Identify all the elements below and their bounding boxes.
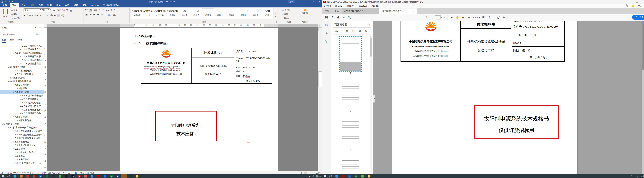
nav-tab[interactable]: 结果 xyxy=(18,39,22,43)
horizontal-ruler[interactable]: 2468101214161820222426283032343638404244 xyxy=(48,24,318,27)
nav-outline-item[interactable]: ◢5.1 技术规格书内容证明资料 xyxy=(0,126,44,129)
wechat-icon[interactable] xyxy=(359,174,366,178)
increase-indent-icon[interactable]: ⇥ xyxy=(102,9,104,12)
orange-app-icon[interactable] xyxy=(18,174,24,178)
shrink-font-icon[interactable]: Aˇ xyxy=(53,9,56,12)
photos-app-icon[interactable] xyxy=(12,174,18,178)
paste-button[interactable]: 粘贴 xyxy=(2,9,9,17)
nav-outline-item[interactable]: ▷4.4.4 技术要求 xyxy=(0,115,44,119)
vertical-ruler[interactable]: 2468101214161820222426283032343638404244 xyxy=(44,27,47,171)
search-icon[interactable]: 🔍 xyxy=(347,15,352,20)
thumbnail-item[interactable]: 1 xyxy=(332,37,370,74)
minimize-icon[interactable]: ─ xyxy=(307,0,312,3)
nav-outline-item[interactable]: ◢5 技术支持资料 xyxy=(0,122,44,126)
font-size-box[interactable]: 四号▾ xyxy=(41,8,50,12)
chevron-expanded-icon[interactable]: ◢ xyxy=(12,90,15,94)
acrobat-icon[interactable] xyxy=(95,174,102,178)
thumbnail-page-preview[interactable] xyxy=(340,156,361,174)
web-layout-icon[interactable] xyxy=(310,172,313,174)
collapse-ribbon-icon[interactable]: ˄ xyxy=(318,25,321,27)
nav-outline-item[interactable]: ▷4.4.5 配套及附件 xyxy=(0,119,44,122)
nav-outline-item[interactable]: ▷5.1.6 业绩 xyxy=(0,147,44,151)
pdf-vertical-scrollbar[interactable] xyxy=(642,21,644,174)
pdf-canvas[interactable]: 中国石油天然气管道工程有限公司 ChinaPetroleum Pipeline … xyxy=(375,21,644,174)
grow-font-icon[interactable]: Aˆ xyxy=(50,9,52,12)
next-page-icon[interactable]: ⤓ xyxy=(429,15,435,20)
nav-outline-item[interactable]: 5.1.8 承诺 xyxy=(0,154,44,158)
search-icon[interactable]: 🔍▾ xyxy=(35,33,40,36)
nav-tab[interactable]: 页面 xyxy=(10,39,14,43)
previous-page-icon[interactable]: ⤒ xyxy=(424,15,429,20)
ribbon-tab[interactable]: 开始 xyxy=(10,3,19,7)
ribbon-tab[interactable]: 审阅 xyxy=(63,3,72,7)
comment-icon[interactable]: 💬 xyxy=(495,15,501,20)
font-name-box[interactable]: 宋体▾ xyxy=(24,8,42,12)
nav-outline-item[interactable]: 4.1.1.3 职业健康安全管理体系认证证书 xyxy=(0,47,44,51)
thumbnails-scrollbar[interactable]: ▲ xyxy=(370,35,372,173)
taskbar-clock[interactable]: 14:4 xyxy=(640,175,644,177)
close-icon[interactable]: ✕ xyxy=(412,10,414,12)
ribbon-tab[interactable]: Acrobat xyxy=(89,3,101,7)
minimize-icon[interactable]: ─ xyxy=(630,1,632,3)
ribbon-tab[interactable]: 视图 xyxy=(72,3,80,7)
powerpoint-icon[interactable]: P xyxy=(31,174,37,178)
chevron-expanded-icon[interactable]: ◢ xyxy=(12,51,15,55)
nav-outline-item[interactable]: 4.2.2 管式胶体电池 xyxy=(0,72,44,76)
select-tool-icon[interactable]: ➤ xyxy=(449,15,454,20)
scroll-up-icon[interactable]: ▲ xyxy=(318,27,322,31)
addins-button[interactable]: 加载项 xyxy=(299,9,310,15)
word-vertical-scrollbar[interactable]: ▲ xyxy=(318,24,322,171)
document-page[interactable]: ▪4.4.3 综合评价↲ ▪4.4.3.1 技术规格书响应↲ xyxy=(120,28,278,171)
bullets-icon[interactable]: ≡▾ xyxy=(85,9,88,12)
nav-outline-item[interactable]: ◢4.4 技术评分响应资料 xyxy=(0,80,44,83)
style-cell[interactable]: AaB标题 xyxy=(262,8,273,19)
find-button[interactable]: 🔍查找▾ xyxy=(281,8,291,12)
nav-outline-item[interactable]: 4.2.1 太阳能电源 xyxy=(0,69,44,72)
accessibility-status[interactable]: 辅助功能: 调查 xyxy=(80,172,94,174)
green-app-icon[interactable] xyxy=(44,174,50,178)
tray-chevron-icon[interactable]: ⌃ xyxy=(306,175,308,177)
nav-outline-item[interactable]: 5.1.1 质量管理体系认证证书 xyxy=(0,129,44,133)
thumbnail-item[interactable] xyxy=(332,156,370,174)
share-button[interactable]: ⇪共享 xyxy=(632,15,644,20)
menu-item[interactable]: 窗口(W) xyxy=(359,4,367,7)
select-button[interactable]: △选择▾ xyxy=(281,16,290,20)
copy-button[interactable]: ⧉复制 xyxy=(10,12,18,16)
nav-outline-item[interactable]: ◢4.4.3 综合评价 xyxy=(0,90,44,94)
chevron-collapsed-icon[interactable]: ▷ xyxy=(12,147,15,151)
folder-icon[interactable] xyxy=(366,174,372,178)
green-dark-app-icon[interactable] xyxy=(128,174,134,178)
strikethrough-icon[interactable]: abc xyxy=(34,14,38,17)
taskbar-clock[interactable]: 14:49 xyxy=(316,175,322,177)
wechat-icon[interactable] xyxy=(56,174,63,178)
print-layout-icon[interactable] xyxy=(304,172,307,174)
font-dialog-launcher[interactable] xyxy=(81,21,83,23)
document-canvas[interactable]: ▪4.4.3 综合评价↲ ▪4.4.3.1 技术规格书响应↲ xyxy=(47,27,318,171)
word-icon[interactable]: W xyxy=(114,174,121,178)
fit-width-icon[interactable]: ⇱▾ xyxy=(481,15,486,20)
rotate-ccw-icon[interactable]: ↺ xyxy=(359,29,361,33)
close-icon[interactable]: ✕ xyxy=(39,26,41,29)
print-icon[interactable]: 🖨 xyxy=(335,15,341,20)
asian-layout-icon[interactable]: Ａ▾ xyxy=(106,9,109,12)
pencil-icon[interactable]: ✎ xyxy=(501,15,507,20)
taskbar-search-button[interactable] xyxy=(6,174,12,178)
nav-tab[interactable]: 标题 xyxy=(2,39,6,43)
word-count[interactable]: 5/40773 个字 xyxy=(22,172,34,174)
thumbnail-options-icon[interactable]: ▤▾ xyxy=(334,29,338,33)
delete-page-icon[interactable]: 🗑 xyxy=(346,29,349,32)
ribbon-tab[interactable]: 引用 xyxy=(45,3,54,7)
character-shading-icon[interactable]: A xyxy=(57,14,60,17)
menu-item[interactable]: 编辑(E) xyxy=(335,4,342,7)
nav-outline-item[interactable]: 4.4.3.2 数据单响应 xyxy=(0,97,44,101)
ribbon-tab[interactable]: 帮助 xyxy=(80,3,89,7)
cad-app-icon[interactable] xyxy=(121,174,128,178)
style-cell[interactable]: 1.1.1.1.标题 7 xyxy=(250,8,262,19)
photoshop-icon[interactable]: Ps xyxy=(70,174,76,178)
outlook-icon[interactable]: O xyxy=(37,174,44,178)
nav-outline-item[interactable]: 4.4.3.1 技术规格书响应 xyxy=(0,94,44,97)
notification-bell-icon[interactable]: 🔔 xyxy=(632,4,634,7)
red-app-icon[interactable]: A xyxy=(76,174,82,178)
chevron-expanded-icon[interactable]: ◢ xyxy=(7,65,10,69)
page-thumbnails-icon[interactable]: ⧉ xyxy=(324,23,329,27)
